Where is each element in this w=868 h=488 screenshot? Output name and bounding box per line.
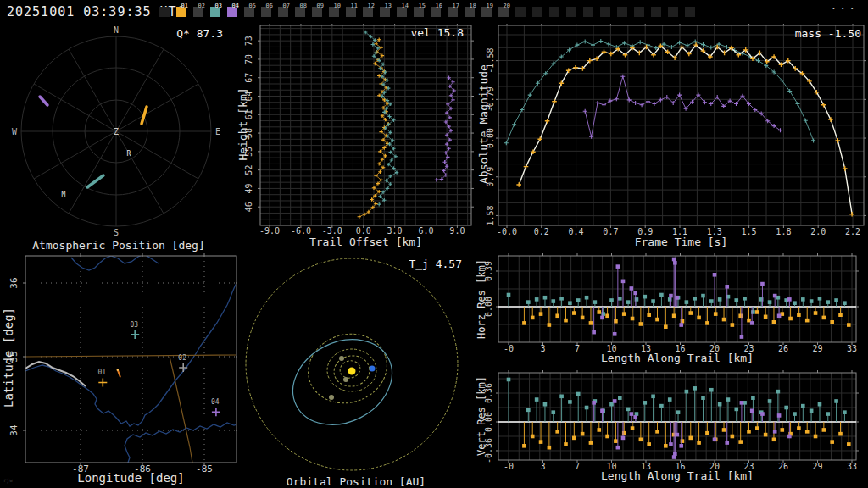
- map-watermark: rjw: [3, 477, 13, 483]
- svg-text:01: 01: [97, 369, 106, 376]
- camera-square-20[interactable]: 20: [498, 7, 509, 17]
- orbital-position-panel: T_j 4.57 Orbital Position [AU]: [237, 252, 475, 488]
- camera-square-11[interactable]: 11: [346, 7, 356, 17]
- camera-square-05[interactable]: 05: [244, 7, 254, 17]
- vel-stat: vel 15.8: [410, 26, 464, 39]
- svg-text:-9.0: -9.0: [259, 226, 280, 236]
- camera-square-empty[interactable]: [159, 7, 170, 17]
- sun-dot: [348, 368, 356, 375]
- camera-square-15[interactable]: 15: [414, 7, 424, 17]
- camera-square-13[interactable]: 13: [380, 7, 390, 17]
- camera-square-08[interactable]: 08: [295, 7, 305, 17]
- ground-map-panel: -87-86-8536353401020304 Longitude [deg] …: [0, 252, 237, 488]
- tick-labels: -87-86-85363534: [8, 277, 213, 474]
- camera-number: 13: [385, 3, 392, 9]
- qstar-stat: Q* 87.3: [176, 27, 223, 40]
- camera-square-empty[interactable]: [532, 7, 542, 17]
- svg-text:02: 02: [178, 354, 186, 362]
- polar-plot: NSEWZRM: [0, 24, 237, 252]
- camera-square-empty[interactable]: [600, 7, 610, 17]
- camera-square-empty[interactable]: [634, 7, 644, 17]
- vert-res-panel: -03710131620232629330.360.00-0.36 Length…: [475, 370, 868, 488]
- horz-xlabel: Length Along Trail [km]: [498, 352, 856, 364]
- vert-xlabel: Length Along Trail [km]: [498, 469, 856, 482]
- camera-square-empty[interactable]: [668, 7, 678, 17]
- camera-square-empty[interactable]: [617, 7, 627, 17]
- trail-ylabel: Height [km]: [236, 74, 249, 175]
- camera-number: 19: [487, 3, 493, 9]
- camera-number: 03: [215, 3, 222, 9]
- trail-series-04: [435, 76, 456, 182]
- svg-text:N: N: [114, 25, 119, 35]
- trail-offset-panel: -9.0-6.0-3.00.03.06.09.04649525558616467…: [237, 24, 475, 252]
- map-ylabel: Latitude [deg]: [2, 298, 15, 417]
- svg-text:9.0: 9.0: [449, 226, 465, 236]
- svg-text:1.58: 1.58: [486, 205, 495, 225]
- camera-number: 15: [419, 3, 426, 9]
- camera-number: 16: [436, 3, 442, 9]
- camera-square-19[interactable]: 19: [481, 7, 492, 17]
- svg-text:E: E: [215, 127, 220, 136]
- planet-dot: [329, 395, 334, 400]
- station-markers: 01020304: [97, 321, 220, 416]
- camera-square-06[interactable]: 06: [261, 7, 271, 17]
- camera-square-12[interactable]: 12: [363, 7, 373, 17]
- camera-square-empty[interactable]: [549, 7, 559, 17]
- camera-square-17[interactable]: 17: [448, 7, 458, 17]
- camera-number: 17: [453, 3, 459, 9]
- svg-text:M: M: [62, 191, 66, 198]
- res-series-01: [522, 307, 851, 329]
- camera-square-02[interactable]: 02: [193, 7, 203, 17]
- plot-frame: [498, 373, 856, 460]
- overflow-menu[interactable]: ···: [831, 2, 858, 14]
- map-geography: [25, 254, 236, 463]
- res-series-01: [522, 422, 851, 450]
- svg-text:49: 49: [244, 183, 253, 193]
- camera-number: 01: [181, 3, 188, 9]
- svg-text:46: 46: [244, 202, 253, 212]
- camera-strip: 0102030405060708091011121314151617181920: [159, 7, 702, 17]
- svg-text:0.0: 0.0: [356, 226, 371, 236]
- svg-text:36: 36: [8, 277, 19, 288]
- vert-ylabel: Vert Res [km]: [476, 369, 487, 463]
- tick-marks: [496, 24, 866, 228]
- camera-square-18[interactable]: 18: [465, 7, 475, 17]
- camera-square-10[interactable]: 10: [329, 7, 339, 17]
- planet-dot: [343, 377, 348, 382]
- svg-text:03: 03: [130, 321, 138, 329]
- zenith-label: Z: [114, 127, 119, 136]
- svg-text:-6.0: -6.0: [291, 226, 311, 236]
- camera-number: 20: [504, 3, 510, 9]
- camera-square-14[interactable]: 14: [397, 7, 407, 17]
- camera-square-07[interactable]: 07: [278, 7, 288, 17]
- camera-number: 18: [470, 3, 476, 9]
- atmospheric-title: Atmospheric Position [deg]: [0, 239, 237, 252]
- camera-square-03[interactable]: 03: [210, 7, 220, 17]
- camera-square-01[interactable]: 01: [176, 7, 186, 17]
- camera-square-empty[interactable]: [685, 7, 695, 17]
- camera-square-empty[interactable]: [515, 7, 526, 17]
- light-curve-panel: -0.00.20.40.70.91.11.31.51.82.02.2-1.58-…: [475, 24, 868, 252]
- camera-square-04[interactable]: 04: [227, 7, 237, 17]
- ground-map-plot: -87-86-8536353401020304: [0, 252, 237, 488]
- plot-frame: [260, 25, 471, 225]
- camera-number: 09: [317, 3, 324, 9]
- lightcurve-series-04: [583, 75, 782, 139]
- earth-dot: [370, 366, 376, 372]
- camera-square-16[interactable]: 16: [431, 7, 441, 17]
- res-series-03: [507, 378, 847, 422]
- camera-square-empty[interactable]: [583, 7, 593, 17]
- mag-xlabel: Frame Time [s]: [498, 236, 864, 248]
- camera-number: 12: [368, 3, 375, 9]
- svg-text:70: 70: [244, 54, 253, 64]
- svg-text:34: 34: [8, 424, 19, 436]
- camera-square-empty[interactable]: [566, 7, 576, 17]
- trail-offset-plot: -9.0-6.0-3.00.03.06.09.04649525558616467…: [237, 24, 475, 252]
- camera-number: 04: [232, 3, 239, 9]
- mag-ylabel: Absolute Magnitude: [477, 57, 490, 192]
- svg-text:W: W: [12, 127, 18, 136]
- horz-ylabel: Horz Res [km]: [476, 252, 487, 346]
- camera-square-09[interactable]: 09: [312, 7, 322, 17]
- planet-orbits: [246, 258, 458, 470]
- camera-square-empty[interactable]: [651, 7, 661, 17]
